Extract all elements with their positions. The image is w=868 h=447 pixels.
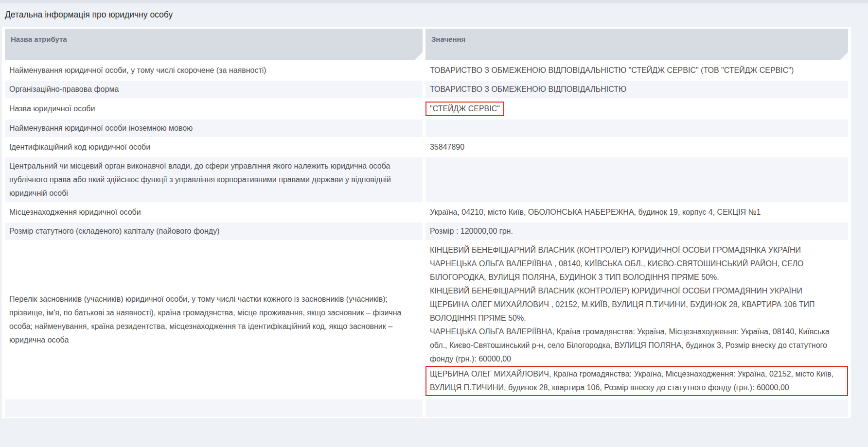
table-row: Розмір статутного (складеного) капіталу …: [5, 223, 848, 240]
table-row: Місцезнаходження юридичної особиУкраїна,…: [5, 204, 848, 221]
attribute-name-cell: [5, 399, 423, 417]
page-title: Детальна інформація про юридичну особу: [5, 10, 868, 20]
highlighted-value-paragraph: ЩЕРБИНА ОЛЕГ МИХАЙЛОВИЧ, Країна громадян…: [425, 366, 848, 396]
attribute-value-cell: [425, 399, 848, 417]
table-row: Назва юридичної особи"СТЕЙДЖ СЕРВІС": [5, 100, 848, 118]
highlighted-value: "СТЕЙДЖ СЕРВІС": [425, 102, 504, 116]
sort-corner-icon: [414, 52, 423, 60]
entity-details-table: Назва атрибута Значення Найменування юри…: [2, 27, 851, 418]
table-row: Перелік засновників (учасників) юридично…: [5, 241, 848, 398]
attribute-name-cell: Організаційно-правова форма: [5, 81, 423, 98]
table-row: Найменування юридичної особи, у тому чис…: [5, 62, 848, 79]
table-header-row: Назва атрибута Значення: [5, 29, 848, 60]
attribute-value-cell: КІНЦЕВИЙ БЕНЕФІЦІАРНИЙ ВЛАСНИК (КОНТРОЛЕ…: [425, 241, 848, 398]
column-header-value-label: Значення: [431, 35, 465, 43]
table-row: [5, 399, 848, 417]
value-paragraph: ЧАРНЕЦЬКА ОЛЬГА ВАЛЕРІЇВНА, Країна грома…: [430, 325, 844, 366]
attribute-value-cell: 35847890: [425, 138, 848, 156]
attribute-name-cell: Місцезнаходження юридичної особи: [5, 204, 423, 221]
sort-corner-icon: [840, 52, 848, 60]
table-row: Ідентифікаційний код юридичної особи3584…: [5, 138, 848, 156]
attribute-value-cell: "СТЕЙДЖ СЕРВІС": [425, 100, 848, 118]
value-paragraph: КІНЦЕВИЙ БЕНЕФІЦІАРНИЙ ВЛАСНИК (КОНТРОЛЕ…: [430, 243, 844, 284]
column-header-attribute[interactable]: Назва атрибута: [5, 29, 423, 60]
top-border-strip: [0, 0, 868, 3]
attribute-name-cell: Центральний чи місцевий орган виконавчої…: [5, 157, 423, 202]
attribute-value-cell: Україна, 04210, місто Київ, ОБОЛОНСЬКА Н…: [425, 204, 848, 221]
attribute-value-cell: ТОВАРИСТВО З ОБМЕЖЕНОЮ ВІДПОВІДАЛЬНІСТЮ …: [425, 62, 848, 79]
attribute-name-cell: Найменування юридичної особи, у тому чис…: [5, 62, 423, 79]
table-body: Найменування юридичної особи, у тому чис…: [5, 62, 848, 417]
attribute-value-cell: Розмір : 120000,00 грн.: [425, 223, 848, 240]
table-row: Центральний чи місцевий орган виконавчої…: [5, 157, 848, 202]
attribute-name-cell: Найменування юридичної особи іноземною м…: [5, 120, 423, 137]
attribute-value-cell: ТОВАРИСТВО З ОБМЕЖЕНОЮ ВІДПОВІДАЛЬНІСТЮ: [425, 81, 848, 98]
attribute-name-cell: Назва юридичної особи: [5, 100, 423, 118]
column-header-attribute-label: Назва атрибута: [11, 35, 67, 43]
table-row: Найменування юридичної особи іноземною м…: [5, 120, 848, 137]
attribute-value-cell: [425, 120, 848, 137]
table-row: Організаційно-правова формаТОВАРИСТВО З …: [5, 81, 848, 98]
attribute-name-cell: Розмір статутного (складеного) капіталу …: [5, 223, 423, 240]
attribute-name-cell: Ідентифікаційний код юридичної особи: [5, 138, 423, 156]
attribute-value-cell: [425, 157, 848, 202]
attribute-name-cell: Перелік засновників (учасників) юридично…: [5, 241, 423, 398]
value-paragraph: КІНЦЕВИЙ БЕНЕФІЦІАРНИЙ ВЛАСНИК (КОНТРОЛЕ…: [430, 284, 844, 325]
column-header-value[interactable]: Значення: [425, 29, 848, 60]
